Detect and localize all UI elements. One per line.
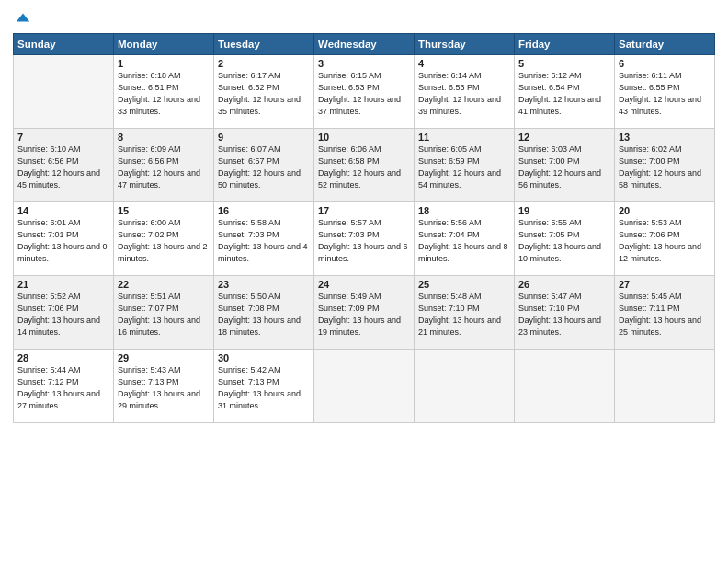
day-number: 27 xyxy=(619,279,711,290)
calendar-cell: 8Sunrise: 6:09 AMSunset: 6:56 PMDaylight… xyxy=(114,128,214,201)
sun-info: Sunrise: 6:15 AMSunset: 6:53 PMDaylight:… xyxy=(318,70,410,118)
day-number: 17 xyxy=(318,205,410,216)
sun-info: Sunrise: 5:57 AMSunset: 7:03 PMDaylight:… xyxy=(318,217,410,265)
sun-info: Sunrise: 5:48 AMSunset: 7:10 PMDaylight:… xyxy=(418,291,510,339)
sun-info: Sunrise: 5:53 AMSunset: 7:06 PMDaylight:… xyxy=(619,217,711,265)
sun-info: Sunrise: 6:09 AMSunset: 6:56 PMDaylight:… xyxy=(118,144,210,191)
calendar-cell xyxy=(14,54,114,128)
day-number: 20 xyxy=(619,205,711,216)
page: SundayMondayTuesdayWednesdayThursdayFrid… xyxy=(0,0,728,563)
calendar-cell: 23Sunrise: 5:50 AMSunset: 7:08 PMDayligh… xyxy=(214,275,314,349)
calendar-cell: 9Sunrise: 6:07 AMSunset: 6:57 PMDaylight… xyxy=(214,128,314,201)
calendar-cell xyxy=(415,349,515,422)
sun-info: Sunrise: 5:43 AMSunset: 7:13 PMDaylight:… xyxy=(118,364,210,412)
calendar-cell: 4Sunrise: 6:14 AMSunset: 6:53 PMDaylight… xyxy=(415,54,515,128)
day-number: 3 xyxy=(318,58,410,69)
calendar-cell: 5Sunrise: 6:12 AMSunset: 6:54 PMDaylight… xyxy=(515,54,615,128)
calendar-cell: 26Sunrise: 5:47 AMSunset: 7:10 PMDayligh… xyxy=(515,275,615,349)
calendar-week-row: 21Sunrise: 5:52 AMSunset: 7:06 PMDayligh… xyxy=(14,275,715,349)
calendar-header-row: SundayMondayTuesdayWednesdayThursdayFrid… xyxy=(14,33,715,54)
day-number: 1 xyxy=(118,58,210,69)
sun-info: Sunrise: 6:14 AMSunset: 6:53 PMDaylight:… xyxy=(418,70,510,118)
calendar-cell: 7Sunrise: 6:10 AMSunset: 6:56 PMDaylight… xyxy=(14,128,114,201)
calendar-cell: 15Sunrise: 6:00 AMSunset: 7:02 PMDayligh… xyxy=(114,201,214,275)
weekday-header: Friday xyxy=(515,33,615,54)
sun-info: Sunrise: 5:58 AMSunset: 7:03 PMDaylight:… xyxy=(218,217,310,265)
calendar-cell: 29Sunrise: 5:43 AMSunset: 7:13 PMDayligh… xyxy=(114,349,214,422)
logo xyxy=(13,13,31,28)
day-number: 18 xyxy=(418,205,510,216)
svg-marker-0 xyxy=(17,14,29,22)
day-number: 7 xyxy=(17,132,109,143)
sun-info: Sunrise: 5:44 AMSunset: 7:12 PMDaylight:… xyxy=(17,364,109,412)
day-number: 15 xyxy=(118,205,210,216)
logo-icon xyxy=(15,10,31,27)
calendar-cell: 20Sunrise: 5:53 AMSunset: 7:06 PMDayligh… xyxy=(615,201,715,275)
calendar-cell: 27Sunrise: 5:45 AMSunset: 7:11 PMDayligh… xyxy=(615,275,715,349)
weekday-header: Tuesday xyxy=(214,33,314,54)
day-number: 22 xyxy=(118,279,210,290)
sun-info: Sunrise: 6:01 AMSunset: 7:01 PMDaylight:… xyxy=(17,217,109,265)
weekday-header: Wednesday xyxy=(314,33,415,54)
day-number: 21 xyxy=(17,279,109,290)
weekday-header: Sunday xyxy=(14,33,114,54)
calendar-cell: 6Sunrise: 6:11 AMSunset: 6:55 PMDaylight… xyxy=(615,54,715,128)
calendar-cell: 10Sunrise: 6:06 AMSunset: 6:58 PMDayligh… xyxy=(314,128,415,201)
day-number: 2 xyxy=(218,58,310,69)
sun-info: Sunrise: 6:05 AMSunset: 6:59 PMDaylight:… xyxy=(418,144,510,191)
calendar-cell: 13Sunrise: 6:02 AMSunset: 7:00 PMDayligh… xyxy=(615,128,715,201)
day-number: 26 xyxy=(518,279,610,290)
day-number: 9 xyxy=(218,132,310,143)
calendar-cell xyxy=(515,349,615,422)
sun-info: Sunrise: 5:49 AMSunset: 7:09 PMDaylight:… xyxy=(318,291,410,339)
day-number: 25 xyxy=(418,279,510,290)
calendar-week-row: 28Sunrise: 5:44 AMSunset: 7:12 PMDayligh… xyxy=(14,349,715,422)
day-number: 8 xyxy=(118,132,210,143)
day-number: 30 xyxy=(218,352,310,363)
day-number: 19 xyxy=(518,205,610,216)
calendar-cell: 17Sunrise: 5:57 AMSunset: 7:03 PMDayligh… xyxy=(314,201,415,275)
sun-info: Sunrise: 5:47 AMSunset: 7:10 PMDaylight:… xyxy=(518,291,610,339)
day-number: 16 xyxy=(218,205,310,216)
calendar-cell: 2Sunrise: 6:17 AMSunset: 6:52 PMDaylight… xyxy=(214,54,314,128)
calendar-cell: 25Sunrise: 5:48 AMSunset: 7:10 PMDayligh… xyxy=(415,275,515,349)
sun-info: Sunrise: 6:00 AMSunset: 7:02 PMDaylight:… xyxy=(118,217,210,265)
sun-info: Sunrise: 6:02 AMSunset: 7:00 PMDaylight:… xyxy=(619,144,711,191)
header xyxy=(13,9,715,28)
day-number: 24 xyxy=(318,279,410,290)
day-number: 6 xyxy=(619,58,711,69)
calendar-cell: 1Sunrise: 6:18 AMSunset: 6:51 PMDaylight… xyxy=(114,54,214,128)
calendar-table: SundayMondayTuesdayWednesdayThursdayFrid… xyxy=(13,33,715,423)
sun-info: Sunrise: 5:56 AMSunset: 7:04 PMDaylight:… xyxy=(418,217,510,265)
calendar-cell: 21Sunrise: 5:52 AMSunset: 7:06 PMDayligh… xyxy=(14,275,114,349)
sun-info: Sunrise: 6:07 AMSunset: 6:57 PMDaylight:… xyxy=(218,144,310,191)
sun-info: Sunrise: 5:55 AMSunset: 7:05 PMDaylight:… xyxy=(518,217,610,265)
sun-info: Sunrise: 6:03 AMSunset: 7:00 PMDaylight:… xyxy=(518,144,610,191)
day-number: 11 xyxy=(418,132,510,143)
sun-info: Sunrise: 6:11 AMSunset: 6:55 PMDaylight:… xyxy=(619,70,711,118)
sun-info: Sunrise: 5:45 AMSunset: 7:11 PMDaylight:… xyxy=(619,291,711,339)
calendar-cell: 16Sunrise: 5:58 AMSunset: 7:03 PMDayligh… xyxy=(214,201,314,275)
day-number: 4 xyxy=(418,58,510,69)
calendar-cell: 12Sunrise: 6:03 AMSunset: 7:00 PMDayligh… xyxy=(515,128,615,201)
sun-info: Sunrise: 5:52 AMSunset: 7:06 PMDaylight:… xyxy=(17,291,109,339)
day-number: 5 xyxy=(518,58,610,69)
calendar-cell: 19Sunrise: 5:55 AMSunset: 7:05 PMDayligh… xyxy=(515,201,615,275)
calendar-cell: 24Sunrise: 5:49 AMSunset: 7:09 PMDayligh… xyxy=(314,275,415,349)
calendar-cell: 28Sunrise: 5:44 AMSunset: 7:12 PMDayligh… xyxy=(14,349,114,422)
sun-info: Sunrise: 6:12 AMSunset: 6:54 PMDaylight:… xyxy=(518,70,610,118)
calendar-cell xyxy=(615,349,715,422)
logo-text xyxy=(13,13,31,31)
day-number: 23 xyxy=(218,279,310,290)
day-number: 13 xyxy=(619,132,711,143)
calendar-cell: 14Sunrise: 6:01 AMSunset: 7:01 PMDayligh… xyxy=(14,201,114,275)
sun-info: Sunrise: 6:17 AMSunset: 6:52 PMDaylight:… xyxy=(218,70,310,118)
calendar-cell: 11Sunrise: 6:05 AMSunset: 6:59 PMDayligh… xyxy=(415,128,515,201)
sun-info: Sunrise: 5:50 AMSunset: 7:08 PMDaylight:… xyxy=(218,291,310,339)
day-number: 10 xyxy=(318,132,410,143)
calendar-cell: 22Sunrise: 5:51 AMSunset: 7:07 PMDayligh… xyxy=(114,275,214,349)
calendar-cell: 3Sunrise: 6:15 AMSunset: 6:53 PMDaylight… xyxy=(314,54,415,128)
weekday-header: Thursday xyxy=(415,33,515,54)
weekday-header: Monday xyxy=(114,33,214,54)
sun-info: Sunrise: 5:42 AMSunset: 7:13 PMDaylight:… xyxy=(218,364,310,412)
